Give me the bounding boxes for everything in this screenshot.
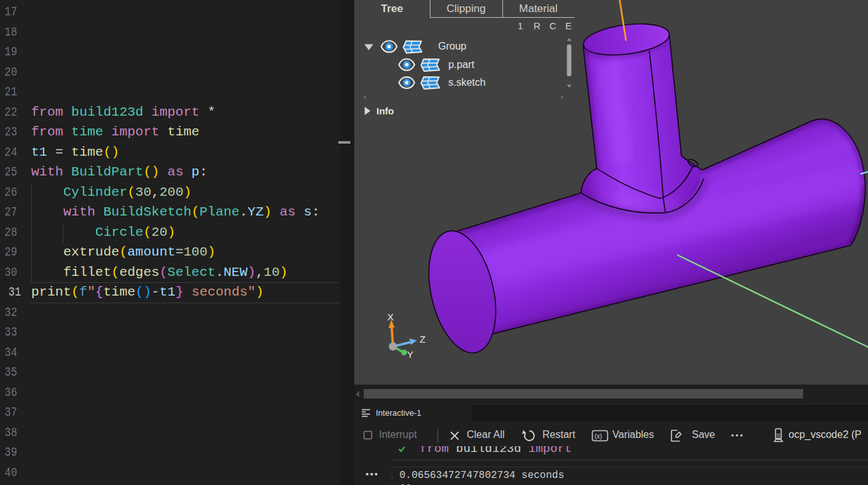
svg-text:X: X [387, 311, 394, 322]
svg-text:(x): (x) [595, 433, 602, 440]
svg-text:Y: Y [407, 349, 413, 360]
svg-text:Z: Z [420, 334, 425, 345]
